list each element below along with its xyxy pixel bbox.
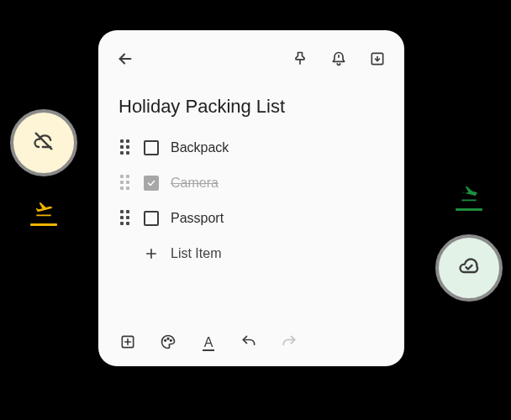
color-palette-button[interactable] xyxy=(159,334,177,353)
archive-icon xyxy=(369,50,386,71)
svg-point-3 xyxy=(167,338,169,339)
add-content-button[interactable] xyxy=(119,334,137,353)
list-item-label[interactable]: Backpack xyxy=(171,140,229,155)
flight-land-indicator xyxy=(456,185,482,211)
flight-takeoff-indicator xyxy=(30,200,57,226)
checklist: Backpack Camera Passport xyxy=(115,136,387,265)
note-title[interactable]: Holiday Packing List xyxy=(115,96,387,118)
svg-point-2 xyxy=(165,340,166,342)
drag-handle-icon[interactable] xyxy=(120,210,132,227)
checkbox[interactable] xyxy=(144,211,159,226)
bell-alert-icon xyxy=(330,50,347,71)
back-arrow-icon xyxy=(116,50,134,71)
list-item-label[interactable]: Passport xyxy=(171,211,224,226)
cloud-done-icon xyxy=(457,255,481,281)
cloud-done-button[interactable] xyxy=(435,234,503,302)
checkbox[interactable] xyxy=(144,140,159,155)
redo-icon xyxy=(281,333,298,354)
svg-point-4 xyxy=(171,340,172,342)
plus-icon xyxy=(144,246,159,261)
archive-button[interactable] xyxy=(367,50,387,71)
list-item: Camera xyxy=(120,171,387,195)
palette-icon xyxy=(160,333,176,354)
list-item-label[interactable]: Camera xyxy=(171,176,219,191)
back-button[interactable] xyxy=(115,50,135,71)
list-item: Passport xyxy=(120,207,387,230)
flight-land-icon xyxy=(457,185,481,207)
undo-button[interactable] xyxy=(240,334,258,353)
text-format-icon: A xyxy=(203,336,215,351)
reminder-button[interactable] xyxy=(329,50,349,71)
drag-handle-icon[interactable] xyxy=(120,175,132,192)
add-list-item[interactable]: List Item xyxy=(120,242,387,265)
note-card: Holiday Packing List Backpack Camera xyxy=(98,30,404,366)
redo-button[interactable] xyxy=(280,334,298,353)
add-box-icon xyxy=(119,333,136,354)
pin-button[interactable] xyxy=(290,50,310,71)
cloud-off-button[interactable] xyxy=(10,109,77,176)
note-header xyxy=(115,49,387,72)
checkbox[interactable] xyxy=(144,176,159,191)
flight-takeoff-icon xyxy=(32,200,55,222)
drag-handle-icon[interactable] xyxy=(120,139,132,156)
undo-icon xyxy=(240,333,257,354)
text-format-button[interactable]: A xyxy=(199,334,218,353)
pin-icon xyxy=(292,50,308,71)
note-footer: A xyxy=(115,326,387,353)
cloud-off-icon xyxy=(32,129,55,156)
add-item-label: List Item xyxy=(171,246,221,261)
list-item: Backpack xyxy=(120,136,387,160)
